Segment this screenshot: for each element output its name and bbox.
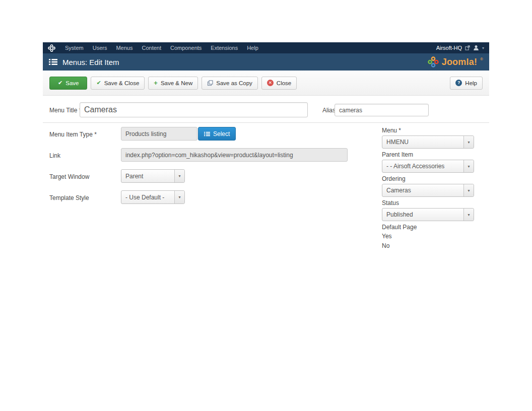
save-new-button[interactable]: + Save & New: [148, 77, 198, 90]
menu-item-type-label: Menu Item Type *: [49, 131, 97, 138]
user-caret-icon[interactable]: ▾: [482, 46, 484, 50]
menu-item-content[interactable]: Content: [137, 42, 166, 53]
toolbar: ✔ Save ✔ Save & Close + Save & New Save …: [43, 71, 489, 96]
default-page-yes[interactable]: Yes: [382, 233, 392, 240]
help-icon: ?: [455, 80, 462, 86]
close-icon: ✕: [267, 80, 274, 86]
close-label: Close: [277, 80, 291, 86]
target-window-select[interactable]: Parent ▾: [121, 169, 185, 183]
menu-title-label: Menu Title *: [49, 107, 81, 114]
status-value: Published: [382, 209, 463, 221]
link-field: index.php?option=com_hikashop&view=produ…: [121, 148, 348, 162]
site-name-link[interactable]: Airsoft-HQ: [436, 45, 462, 51]
plus-icon: +: [154, 80, 158, 86]
link-label: Link: [49, 152, 60, 159]
template-style-value: - Use Default -: [121, 191, 174, 203]
copy-icon: [207, 80, 213, 86]
menu-item-components[interactable]: Components: [166, 42, 206, 53]
select-type-label: Select: [213, 130, 230, 138]
user-icon[interactable]: [473, 45, 479, 51]
page-canvas: System Users Menus Content Components Ex…: [0, 0, 532, 411]
topnav-right: Airsoft-HQ ▾: [436, 45, 484, 51]
external-link-icon[interactable]: [465, 45, 470, 50]
chevron-down-icon: ▾: [174, 170, 184, 182]
list-view-icon: [49, 58, 57, 65]
menu-item-type-field: Products listing: [121, 127, 197, 141]
alias-input[interactable]: [335, 104, 429, 116]
chevron-down-icon: ▾: [174, 191, 184, 203]
check-icon: ✔: [96, 80, 101, 86]
edit-item-form: Menu Title * Alias Menu Item Type * Prod…: [43, 96, 489, 411]
ordering-label: Ordering: [382, 175, 406, 182]
save-button[interactable]: ✔ Save: [49, 77, 87, 90]
template-style-select[interactable]: - Use Default - ▾: [121, 190, 185, 204]
help-label: Help: [465, 80, 477, 86]
menu-item-extensions[interactable]: Extensions: [206, 42, 242, 53]
default-page-label: Default Page: [382, 224, 417, 231]
menu-title-input[interactable]: [80, 102, 308, 117]
save-copy-label: Save as Copy: [216, 80, 252, 86]
save-close-button[interactable]: ✔ Save & Close: [91, 77, 145, 90]
menu-select[interactable]: HMENU ▾: [382, 135, 474, 149]
joomla-brand-icon: [48, 44, 55, 52]
menu-item-type-value: Products listing: [125, 130, 166, 138]
joomla-logo-text: Joomla!: [442, 57, 477, 67]
template-style-label: Template Style: [49, 194, 89, 201]
parent-item-label: Parent Item: [382, 151, 413, 158]
joomla-logo-icon: [428, 56, 439, 67]
status-label: Status: [382, 199, 399, 207]
ordering-select[interactable]: Cameras ▾: [382, 184, 474, 197]
save-close-label: Save & Close: [104, 80, 140, 86]
chevron-down-icon: ▾: [463, 184, 474, 196]
chevron-down-icon: ▾: [463, 160, 474, 172]
section-divider: [43, 122, 489, 123]
list-icon: [204, 131, 210, 136]
select-type-button[interactable]: Select: [198, 127, 236, 141]
target-window-value: Parent: [121, 170, 174, 182]
admin-window: System Users Menus Content Components Ex…: [43, 42, 489, 411]
page-header: Menus: Edit Item Joomla! ®: [43, 53, 489, 71]
parent-item-select[interactable]: - - Airsoft Accessories ▾: [382, 160, 474, 173]
alias-label: Alias: [322, 107, 336, 114]
menu-label: Menu *: [382, 127, 401, 134]
joomla-logo: Joomla! ®: [428, 56, 483, 67]
link-value: index.php?option=com_hikashop&view=produ…: [125, 152, 293, 159]
close-button[interactable]: ✕ Close: [261, 77, 297, 90]
chevron-down-icon: ▾: [463, 209, 474, 221]
page-title: Menus: Edit Item: [62, 58, 119, 66]
menu-item-menus[interactable]: Menus: [111, 42, 137, 53]
menu-item-help[interactable]: Help: [242, 42, 263, 53]
chevron-down-icon: ▾: [463, 136, 474, 148]
ordering-value: Cameras: [382, 184, 463, 196]
save-new-label: Save & New: [161, 80, 192, 86]
default-page-no[interactable]: No: [382, 242, 389, 249]
save-copy-button[interactable]: Save as Copy: [202, 77, 258, 90]
status-select[interactable]: Published ▾: [382, 208, 474, 221]
menu-value: HMENU: [382, 136, 463, 148]
parent-item-value: - - Airsoft Accessories: [382, 160, 463, 172]
target-window-label: Target Window: [49, 173, 89, 180]
menu-item-system[interactable]: System: [60, 42, 88, 53]
help-button[interactable]: ? Help: [450, 77, 483, 90]
top-menu: System Users Menus Content Components Ex…: [60, 42, 263, 53]
top-navbar: System Users Menus Content Components Ex…: [43, 42, 489, 53]
save-icon: ✔: [58, 80, 62, 86]
menu-item-users[interactable]: Users: [88, 42, 112, 53]
joomla-logo-reg: ®: [480, 57, 483, 61]
save-label: Save: [65, 80, 79, 86]
